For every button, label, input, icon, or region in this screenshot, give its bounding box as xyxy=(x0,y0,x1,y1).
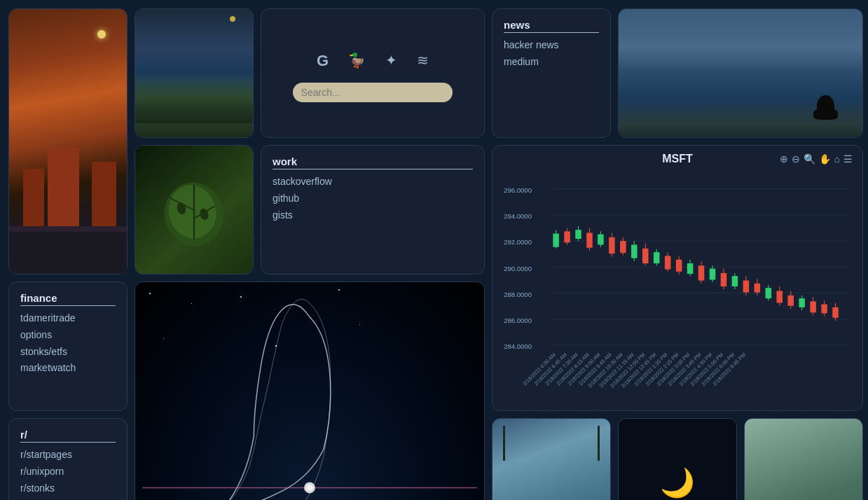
svg-text:296.0000: 296.0000 xyxy=(504,186,532,194)
chart-title: MSFT xyxy=(619,153,736,165)
work-card: work stackoverflow github gists xyxy=(261,145,485,275)
chart-menu-icon[interactable]: ☰ xyxy=(843,153,853,165)
moon-icon: 🌙 xyxy=(660,466,695,499)
chart-zoom-in[interactable]: ⊕ xyxy=(780,153,788,165)
reddit-card: r/ r/startpages r/unixporn r/stonks xyxy=(8,418,128,500)
stackexchange-icon[interactable]: ≋ xyxy=(417,52,429,70)
news-link-hackernews[interactable]: hacker news xyxy=(504,37,599,54)
search-card: G 🦆 ✦ ≋ xyxy=(261,8,485,138)
finance-link-stonks[interactable]: stonks/etfs xyxy=(20,344,116,361)
svg-point-93 xyxy=(306,484,313,491)
chart-home-icon[interactable]: ⌂ xyxy=(834,153,840,165)
news-link-medium[interactable]: medium xyxy=(504,54,599,71)
chart-zoom-out[interactable]: ⊖ xyxy=(792,153,800,165)
svg-text:290.0000: 290.0000 xyxy=(504,265,532,272)
svg-text:288.0000: 288.0000 xyxy=(504,291,532,298)
reddit-link-stonks[interactable]: r/stonks xyxy=(20,480,116,497)
svg-text:284.0000: 284.0000 xyxy=(504,342,532,350)
wolfram-icon[interactable]: ✦ xyxy=(385,52,397,70)
pixel-art-card xyxy=(8,8,128,275)
search-input[interactable] xyxy=(293,83,453,102)
google-icon[interactable]: G xyxy=(317,52,329,70)
work-link-gists[interactable]: gists xyxy=(273,207,473,224)
stock-chart-svg: 296.0000 294.0000 292.0000 290.0000 288.… xyxy=(502,168,853,403)
svg-text:286.0000: 286.0000 xyxy=(504,317,532,324)
leaf-photo-card xyxy=(135,145,254,275)
finance-link-options[interactable]: options xyxy=(20,327,116,344)
alaska-photo-card: Alaska xyxy=(744,418,863,500)
chart-card: MSFT ⊕ ⊖ 🔍 ✋ ⌂ ☰ 296.0000 294.0000 292.0… xyxy=(492,145,863,411)
svg-text:292.0000: 292.0000 xyxy=(504,238,532,246)
work-title: work xyxy=(273,155,473,169)
moon-card: 🌙 xyxy=(618,418,737,500)
street-photo-card xyxy=(492,418,611,500)
work-link-github[interactable]: github xyxy=(273,190,473,207)
mountains-photo-card xyxy=(135,8,254,138)
duckduckgo-icon[interactable]: 🦆 xyxy=(348,52,366,70)
work-link-stackoverflow[interactable]: stackoverflow xyxy=(273,174,473,190)
finance-link-marketwatch[interactable]: marketwatch xyxy=(20,360,116,377)
svg-text:294.0000: 294.0000 xyxy=(504,212,532,220)
reddit-link-startpages[interactable]: r/startpages xyxy=(20,447,116,464)
reddit-link-unixporn[interactable]: r/unixporn xyxy=(20,464,116,480)
chart-pan-icon[interactable]: ✋ xyxy=(819,153,831,165)
news-title: news xyxy=(504,19,599,33)
cosmos-card xyxy=(135,282,485,500)
lake-photo-card xyxy=(618,8,863,138)
chart-search-icon[interactable]: 🔍 xyxy=(804,153,815,165)
finance-title: finance xyxy=(20,292,116,306)
reddit-title: r/ xyxy=(20,429,116,443)
news-card: news hacker news medium xyxy=(492,8,611,138)
finance-link-tdameritrade[interactable]: tdameritrade xyxy=(20,310,116,327)
finance-card: finance tdameritrade options stonks/etfs… xyxy=(8,282,128,411)
